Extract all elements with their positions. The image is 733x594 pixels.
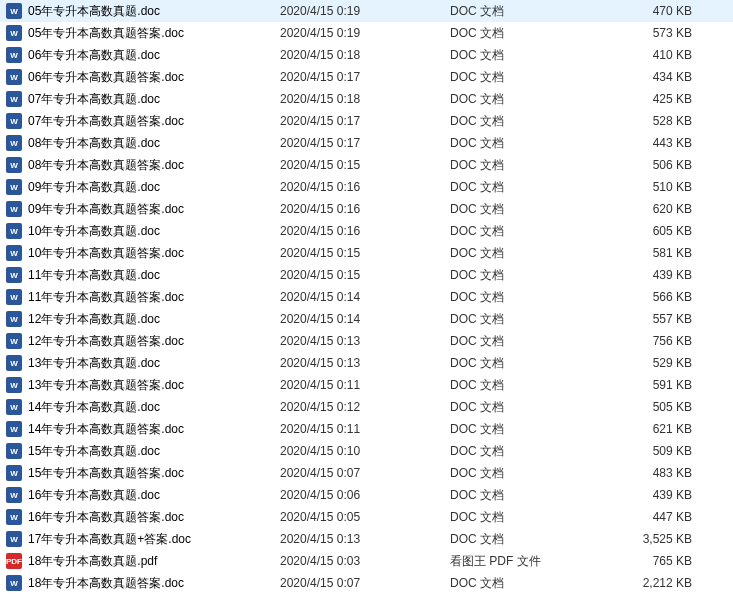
file-row[interactable]: W09年专升本高数真题答案.doc2020/4/15 0:16DOC 文档620… bbox=[0, 198, 733, 220]
file-type: DOC 文档 bbox=[450, 399, 610, 416]
file-row[interactable]: W18年专升本高数真题答案.doc2020/4/15 0:07DOC 文档2,2… bbox=[0, 572, 733, 594]
file-row[interactable]: W12年专升本高数真题答案.doc2020/4/15 0:13DOC 文档756… bbox=[0, 330, 733, 352]
file-size: 470 KB bbox=[610, 4, 710, 18]
file-type: DOC 文档 bbox=[450, 245, 610, 262]
file-type: DOC 文档 bbox=[450, 531, 610, 548]
file-row[interactable]: W15年专升本高数真题答案.doc2020/4/15 0:07DOC 文档483… bbox=[0, 462, 733, 484]
file-row[interactable]: PDF18年专升本高数真题.pdf2020/4/15 0:03看图王 PDF 文… bbox=[0, 550, 733, 572]
file-size: 591 KB bbox=[610, 378, 710, 392]
file-row[interactable]: W05年专升本高数真题.doc2020/4/15 0:19DOC 文档470 K… bbox=[0, 0, 733, 22]
file-date: 2020/4/15 0:18 bbox=[280, 92, 450, 106]
file-row[interactable]: W15年专升本高数真题.doc2020/4/15 0:10DOC 文档509 K… bbox=[0, 440, 733, 462]
file-date: 2020/4/15 0:16 bbox=[280, 180, 450, 194]
file-row[interactable]: W14年专升本高数真题.doc2020/4/15 0:12DOC 文档505 K… bbox=[0, 396, 733, 418]
doc-file-icon: W bbox=[6, 289, 22, 305]
file-size: 620 KB bbox=[610, 202, 710, 216]
file-row[interactable]: W11年专升本高数真题.doc2020/4/15 0:15DOC 文档439 K… bbox=[0, 264, 733, 286]
file-date: 2020/4/15 0:14 bbox=[280, 312, 450, 326]
file-type: DOC 文档 bbox=[450, 113, 610, 130]
file-row[interactable]: W17年专升本高数真题+答案.doc2020/4/15 0:13DOC 文档3,… bbox=[0, 528, 733, 550]
file-name: 12年专升本高数真题答案.doc bbox=[28, 333, 280, 350]
doc-file-icon: W bbox=[6, 509, 22, 525]
file-type: 看图王 PDF 文件 bbox=[450, 553, 610, 570]
file-size: 483 KB bbox=[610, 466, 710, 480]
file-type: DOC 文档 bbox=[450, 355, 610, 372]
doc-file-icon: W bbox=[6, 245, 22, 261]
file-row[interactable]: W07年专升本高数真题答案.doc2020/4/15 0:17DOC 文档528… bbox=[0, 110, 733, 132]
file-size: 410 KB bbox=[610, 48, 710, 62]
file-size: 756 KB bbox=[610, 334, 710, 348]
file-type: DOC 文档 bbox=[450, 157, 610, 174]
file-size: 2,212 KB bbox=[610, 576, 710, 590]
file-date: 2020/4/15 0:11 bbox=[280, 378, 450, 392]
file-size: 447 KB bbox=[610, 510, 710, 524]
doc-file-icon: W bbox=[6, 267, 22, 283]
file-date: 2020/4/15 0:16 bbox=[280, 202, 450, 216]
file-name: 08年专升本高数真题.doc bbox=[28, 135, 280, 152]
doc-file-icon: W bbox=[6, 421, 22, 437]
file-type: DOC 文档 bbox=[450, 135, 610, 152]
file-row[interactable]: W10年专升本高数真题答案.doc2020/4/15 0:15DOC 文档581… bbox=[0, 242, 733, 264]
file-row[interactable]: W07年专升本高数真题.doc2020/4/15 0:18DOC 文档425 K… bbox=[0, 88, 733, 110]
file-row[interactable]: W05年专升本高数真题答案.doc2020/4/15 0:19DOC 文档573… bbox=[0, 22, 733, 44]
file-row[interactable]: W06年专升本高数真题.doc2020/4/15 0:18DOC 文档410 K… bbox=[0, 44, 733, 66]
file-type: DOC 文档 bbox=[450, 25, 610, 42]
file-date: 2020/4/15 0:15 bbox=[280, 158, 450, 172]
file-date: 2020/4/15 0:13 bbox=[280, 532, 450, 546]
file-type: DOC 文档 bbox=[450, 179, 610, 196]
file-size: 557 KB bbox=[610, 312, 710, 326]
file-row[interactable]: W16年专升本高数真题.doc2020/4/15 0:06DOC 文档439 K… bbox=[0, 484, 733, 506]
file-row[interactable]: W06年专升本高数真题答案.doc2020/4/15 0:17DOC 文档434… bbox=[0, 66, 733, 88]
file-name: 17年专升本高数真题+答案.doc bbox=[28, 531, 280, 548]
file-name: 14年专升本高数真题答案.doc bbox=[28, 421, 280, 438]
file-row[interactable]: W13年专升本高数真题.doc2020/4/15 0:13DOC 文档529 K… bbox=[0, 352, 733, 374]
file-name: 05年专升本高数真题.doc bbox=[28, 3, 280, 20]
file-name: 07年专升本高数真题答案.doc bbox=[28, 113, 280, 130]
file-row[interactable]: W16年专升本高数真题答案.doc2020/4/15 0:05DOC 文档447… bbox=[0, 506, 733, 528]
file-size: 506 KB bbox=[610, 158, 710, 172]
file-size: 443 KB bbox=[610, 136, 710, 150]
file-row[interactable]: W09年专升本高数真题.doc2020/4/15 0:16DOC 文档510 K… bbox=[0, 176, 733, 198]
file-name: 11年专升本高数真题答案.doc bbox=[28, 289, 280, 306]
file-name: 09年专升本高数真题.doc bbox=[28, 179, 280, 196]
file-name: 15年专升本高数真题答案.doc bbox=[28, 465, 280, 482]
pdf-file-icon: PDF bbox=[6, 553, 22, 569]
file-type: DOC 文档 bbox=[450, 377, 610, 394]
file-name: 06年专升本高数真题.doc bbox=[28, 47, 280, 64]
doc-file-icon: W bbox=[6, 3, 22, 19]
file-date: 2020/4/15 0:15 bbox=[280, 246, 450, 260]
doc-file-icon: W bbox=[6, 135, 22, 151]
file-size: 439 KB bbox=[610, 268, 710, 282]
file-type: DOC 文档 bbox=[450, 465, 610, 482]
file-type: DOC 文档 bbox=[450, 69, 610, 86]
file-row[interactable]: W11年专升本高数真题答案.doc2020/4/15 0:14DOC 文档566… bbox=[0, 286, 733, 308]
file-date: 2020/4/15 0:13 bbox=[280, 334, 450, 348]
file-name: 11年专升本高数真题.doc bbox=[28, 267, 280, 284]
file-type: DOC 文档 bbox=[450, 575, 610, 592]
file-date: 2020/4/15 0:19 bbox=[280, 4, 450, 18]
file-row[interactable]: W14年专升本高数真题答案.doc2020/4/15 0:11DOC 文档621… bbox=[0, 418, 733, 440]
doc-file-icon: W bbox=[6, 575, 22, 591]
file-type: DOC 文档 bbox=[450, 443, 610, 460]
doc-file-icon: W bbox=[6, 355, 22, 371]
file-row[interactable]: W12年专升本高数真题.doc2020/4/15 0:14DOC 文档557 K… bbox=[0, 308, 733, 330]
file-size: 566 KB bbox=[610, 290, 710, 304]
file-name: 08年专升本高数真题答案.doc bbox=[28, 157, 280, 174]
file-type: DOC 文档 bbox=[450, 267, 610, 284]
file-row[interactable]: W08年专升本高数真题.doc2020/4/15 0:17DOC 文档443 K… bbox=[0, 132, 733, 154]
file-size: 509 KB bbox=[610, 444, 710, 458]
file-row[interactable]: W10年专升本高数真题.doc2020/4/15 0:16DOC 文档605 K… bbox=[0, 220, 733, 242]
file-date: 2020/4/15 0:10 bbox=[280, 444, 450, 458]
doc-file-icon: W bbox=[6, 399, 22, 415]
file-name: 13年专升本高数真题答案.doc bbox=[28, 377, 280, 394]
file-type: DOC 文档 bbox=[450, 487, 610, 504]
file-name: 06年专升本高数真题答案.doc bbox=[28, 69, 280, 86]
file-type: DOC 文档 bbox=[450, 201, 610, 218]
file-name: 12年专升本高数真题.doc bbox=[28, 311, 280, 328]
file-row[interactable]: W13年专升本高数真题答案.doc2020/4/15 0:11DOC 文档591… bbox=[0, 374, 733, 396]
file-row[interactable]: W08年专升本高数真题答案.doc2020/4/15 0:15DOC 文档506… bbox=[0, 154, 733, 176]
file-size: 505 KB bbox=[610, 400, 710, 414]
doc-file-icon: W bbox=[6, 69, 22, 85]
file-size: 573 KB bbox=[610, 26, 710, 40]
file-name: 07年专升本高数真题.doc bbox=[28, 91, 280, 108]
